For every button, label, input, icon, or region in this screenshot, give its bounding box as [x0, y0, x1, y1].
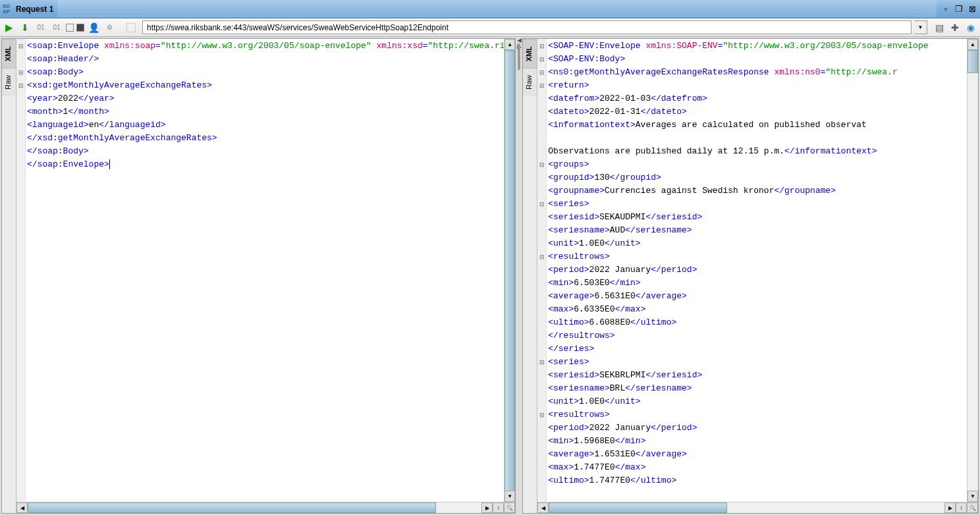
fold-toggle[interactable]: ⊟	[537, 356, 546, 369]
code-line[interactable]: <groups>	[548, 158, 978, 171]
response-tab-xml[interactable]: XML	[523, 39, 537, 68]
response-xml-viewer[interactable]: <SOAP-ENV:Envelope xmlns:SOAP-ENV="http:…	[547, 39, 978, 513]
code-line[interactable]: </soap:Body>	[27, 145, 515, 158]
code-line[interactable]: <ns0:getMonthlyAverageExchangeRatesRespo…	[548, 66, 978, 79]
code-line[interactable]	[548, 132, 978, 145]
code-line[interactable]: <informationtext>Averages are calculated…	[548, 119, 978, 132]
fold-toggle[interactable]	[537, 461, 546, 474]
run-button[interactable]: ▶	[3, 21, 16, 34]
fold-toggle[interactable]	[16, 92, 25, 105]
fold-toggle[interactable]: ⊟	[537, 408, 546, 421]
code-line[interactable]: <seriesid>SEKAUDPMI</seriesid>	[548, 211, 978, 224]
code-line[interactable]: <soap:Header/>	[27, 53, 515, 66]
record-button[interactable]	[76, 24, 84, 32]
code-line[interactable]: <soap:Envelope xmlns:soap="http://www.w3…	[27, 40, 515, 53]
help-button[interactable]: ◉	[964, 21, 977, 34]
scroll-thumb-h[interactable]	[28, 502, 436, 513]
ws-button[interactable]: ✚	[948, 21, 962, 34]
scroll-right-icon[interactable]: ▶	[944, 502, 956, 513]
fold-toggle[interactable]: ⊟	[537, 79, 546, 92]
fold-toggle[interactable]	[537, 105, 546, 119]
request-tab-xml[interactable]: XML	[2, 39, 16, 68]
scroll-thumb[interactable]	[967, 50, 978, 73]
response-scrollbar-vertical[interactable]: ▲ ▼	[967, 39, 978, 502]
code-line[interactable]: <seriesname>AUD</seriesname>	[548, 224, 978, 237]
code-line[interactable]: <unit>1.0E0</unit>	[548, 395, 978, 408]
line-wrap-button[interactable]: ↕	[493, 502, 504, 513]
fold-toggle[interactable]	[16, 119, 25, 132]
request-fold-gutter[interactable]: ⊟⊟⊟	[16, 39, 26, 513]
code-line[interactable]: <year>2022</year>	[27, 92, 515, 105]
fold-toggle[interactable]	[537, 342, 546, 356]
fold-toggle[interactable]	[537, 263, 546, 277]
code-line[interactable]: <return>	[548, 79, 978, 92]
fold-toggle[interactable]	[537, 329, 546, 342]
create-script-button[interactable]: 01	[34, 21, 47, 34]
url-dropdown-button[interactable]: ▼	[914, 20, 927, 34]
fold-toggle[interactable]: ⊟	[16, 66, 25, 79]
code-line[interactable]: <seriesid>SEKBRLPMI</seriesid>	[548, 369, 978, 382]
scroll-up-icon[interactable]: ▲	[504, 39, 515, 50]
scroll-right-icon[interactable]: ▶	[481, 502, 493, 513]
search-corner-button[interactable]: 🔍	[504, 502, 515, 513]
code-line[interactable]: <ultimo>1.7477E0</ultimo>	[548, 474, 978, 487]
code-line[interactable]: <resultrows>	[548, 408, 978, 421]
fold-toggle[interactable]	[16, 53, 25, 66]
maximize-icon[interactable]: ❐	[954, 4, 964, 14]
fold-toggle[interactable]: ⊟	[537, 53, 546, 66]
minimize-icon[interactable]: ▫	[940, 4, 951, 14]
splitter-handle[interactable]	[518, 43, 520, 70]
fold-toggle[interactable]	[537, 119, 546, 132]
fold-toggle[interactable]	[537, 132, 546, 145]
fold-toggle[interactable]	[16, 158, 25, 171]
fold-toggle[interactable]	[537, 277, 546, 290]
code-line[interactable]: <max>1.7477E0</max>	[548, 461, 978, 474]
fold-toggle[interactable]	[16, 132, 25, 145]
code-line[interactable]: <unit>1.0E0</unit>	[548, 237, 978, 250]
code-line[interactable]: <xsd:getMonthlyAverageExchangeRates>	[27, 79, 515, 92]
fold-toggle[interactable]	[537, 211, 546, 224]
fold-toggle[interactable]: ⊟	[16, 79, 25, 92]
code-line[interactable]: <period>2022 January</period>	[548, 421, 978, 435]
response-tab-raw[interactable]: Raw	[523, 68, 537, 96]
code-line[interactable]: </resultrows>	[548, 329, 978, 342]
fold-toggle[interactable]	[537, 395, 546, 408]
request-tab-raw[interactable]: Raw	[2, 68, 16, 96]
code-line[interactable]: <ultimo>6.6088E0</ultimo>	[548, 316, 978, 329]
code-line[interactable]: <dateto>2022-01-31</dateto>	[548, 105, 978, 119]
fold-toggle[interactable]	[537, 448, 546, 461]
code-line[interactable]: </soap:Envelope>	[27, 158, 515, 171]
request-scrollbar-vertical[interactable]: ▲ ▼	[504, 39, 515, 502]
fold-toggle[interactable]	[537, 421, 546, 435]
fold-toggle[interactable]	[537, 474, 546, 487]
fold-toggle[interactable]	[537, 316, 546, 329]
fold-toggle[interactable]	[16, 145, 25, 158]
response-fold-gutter[interactable]: ⊟⊟⊟⊟⊟⊟⊟⊟⊟	[537, 39, 547, 513]
user-button[interactable]: 👤	[87, 21, 100, 34]
code-line[interactable]: <min>6.503E0</min>	[548, 277, 978, 290]
back-button[interactable]	[126, 23, 136, 32]
fold-toggle[interactable]	[537, 369, 546, 382]
request-scrollbar-horizontal[interactable]: ◀ ▶	[16, 502, 493, 513]
splitter-left-icon[interactable]: ◀	[517, 37, 521, 43]
code-line[interactable]: </series>	[548, 342, 978, 356]
search-corner-button[interactable]: 🔍	[967, 502, 978, 513]
line-wrap-button[interactable]: ↕	[956, 502, 967, 513]
endpoint-url-input[interactable]	[142, 20, 912, 34]
fold-toggle[interactable]: ⊟	[537, 250, 546, 263]
code-line[interactable]: <groupid>130</groupid>	[548, 171, 978, 184]
fold-toggle[interactable]	[537, 184, 546, 198]
scroll-down-icon[interactable]: ▼	[504, 491, 515, 502]
scroll-down-icon[interactable]: ▼	[967, 491, 978, 502]
fold-toggle[interactable]: ⊟	[537, 40, 546, 53]
close-icon[interactable]: ⊠	[967, 4, 977, 14]
code-line[interactable]: <average>6.5631E0</average>	[548, 290, 978, 303]
code-line[interactable]: <seriesname>BRL</seriesname>	[548, 382, 978, 395]
fold-toggle[interactable]	[537, 171, 546, 184]
create-script2-button[interactable]: 01	[50, 21, 63, 34]
splitter[interactable]: ◀▶	[517, 37, 521, 515]
add-to-testcase-button[interactable]: ⬇	[18, 21, 32, 34]
code-line[interactable]: <month>1</month>	[27, 105, 515, 119]
fold-toggle[interactable]: ⊟	[537, 198, 546, 211]
fold-toggle[interactable]	[537, 92, 546, 105]
